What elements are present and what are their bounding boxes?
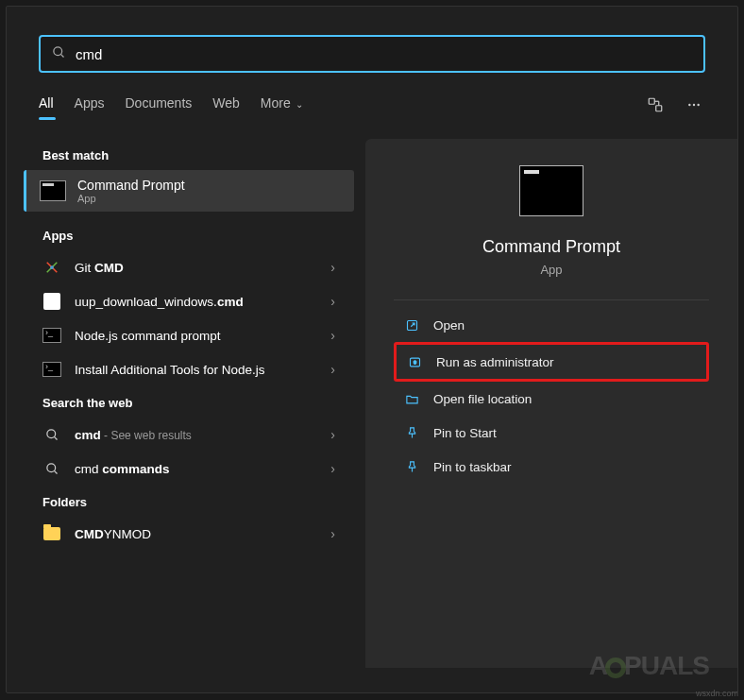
cmd-icon xyxy=(42,360,61,379)
svg-point-11 xyxy=(50,265,54,269)
search-icon xyxy=(42,425,61,444)
pin-icon xyxy=(403,458,420,475)
svg-point-0 xyxy=(54,46,62,55)
best-match-title: Command Prompt xyxy=(77,178,185,193)
action-pin-to-taskbar[interactable]: Pin to taskbar xyxy=(394,450,709,484)
cmd-icon xyxy=(40,180,66,201)
open-icon xyxy=(403,316,420,333)
chevron-down-icon: ⌄ xyxy=(293,99,303,110)
pin-icon xyxy=(403,424,420,441)
folders-header: Folders xyxy=(24,486,354,517)
svg-rect-2 xyxy=(649,98,654,104)
start-search-panel: All Apps Documents Web More ⌄ Best match… xyxy=(6,6,738,693)
tab-documents[interactable]: Documents xyxy=(125,95,192,118)
app-item-uup[interactable]: uup_download_windows.cmd › xyxy=(24,284,354,318)
svg-line-13 xyxy=(54,436,57,439)
filter-tabs: All Apps Documents Web More ⌄ xyxy=(39,95,303,118)
connect-icon[interactable] xyxy=(643,93,668,121)
app-name: Command Prompt xyxy=(482,237,620,257)
actions-list: Open Run as administrator Open file loca… xyxy=(394,308,709,484)
chevron-right-icon: › xyxy=(330,362,335,377)
svg-point-8 xyxy=(697,104,699,106)
source-label: wsxdn.com xyxy=(696,689,738,698)
app-tile-icon xyxy=(519,165,583,216)
svg-point-14 xyxy=(46,463,55,471)
tab-apps[interactable]: Apps xyxy=(75,95,105,118)
chevron-right-icon: › xyxy=(330,294,335,309)
app-item-nodejs-cmd[interactable]: Node.js command prompt › xyxy=(24,318,354,352)
tab-more[interactable]: More ⌄ xyxy=(261,95,303,118)
divider xyxy=(394,299,709,300)
folder-icon xyxy=(42,524,61,543)
search-bar[interactable] xyxy=(39,35,705,73)
action-open[interactable]: Open xyxy=(394,308,709,342)
svg-line-15 xyxy=(54,470,57,473)
svg-point-6 xyxy=(688,104,690,106)
file-icon xyxy=(42,292,61,311)
svg-point-7 xyxy=(693,104,695,106)
git-icon xyxy=(42,258,61,277)
app-item-git-cmd[interactable]: Git CMD › xyxy=(24,250,354,284)
tab-all[interactable]: All xyxy=(39,95,54,118)
chevron-right-icon: › xyxy=(330,526,335,541)
svg-point-12 xyxy=(46,429,55,437)
action-open-file-location[interactable]: Open file location xyxy=(394,382,709,416)
search-icon xyxy=(52,45,66,63)
best-match-header: Best match xyxy=(24,139,354,170)
app-item-nodejs-tools[interactable]: Install Additional Tools for Node.js › xyxy=(24,352,354,386)
chevron-right-icon: › xyxy=(330,260,335,275)
chevron-right-icon: › xyxy=(330,461,335,476)
app-type: App xyxy=(540,263,562,277)
tab-web[interactable]: Web xyxy=(212,95,240,118)
chevron-right-icon: › xyxy=(330,328,335,343)
web-item-cmd-commands[interactable]: cmd commands › xyxy=(24,452,354,486)
filter-tabs-row: All Apps Documents Web More ⌄ xyxy=(39,90,705,124)
cmd-icon xyxy=(42,326,61,345)
apps-header: Apps xyxy=(24,219,354,250)
shield-icon xyxy=(406,353,423,370)
results-column: Best match Command Prompt App Apps Git C… xyxy=(24,139,354,668)
folder-item[interactable]: CMDYNMOD › xyxy=(24,517,354,551)
web-item-cmd[interactable]: cmd - See web results › xyxy=(24,418,354,452)
web-header: Search the web xyxy=(24,386,354,418)
action-pin-to-start[interactable]: Pin to Start xyxy=(394,416,709,450)
chevron-right-icon: › xyxy=(330,427,335,442)
svg-rect-3 xyxy=(656,106,662,111)
more-icon[interactable] xyxy=(683,94,705,120)
best-match-subtitle: App xyxy=(77,193,185,204)
details-pane: Command Prompt App Open Run as administr… xyxy=(365,139,737,668)
svg-line-1 xyxy=(60,54,63,57)
search-input[interactable] xyxy=(76,46,692,62)
folder-open-icon xyxy=(403,390,420,407)
search-icon xyxy=(42,459,61,478)
best-match-item[interactable]: Command Prompt App xyxy=(24,170,354,212)
action-run-as-admin[interactable]: Run as administrator xyxy=(394,342,709,382)
